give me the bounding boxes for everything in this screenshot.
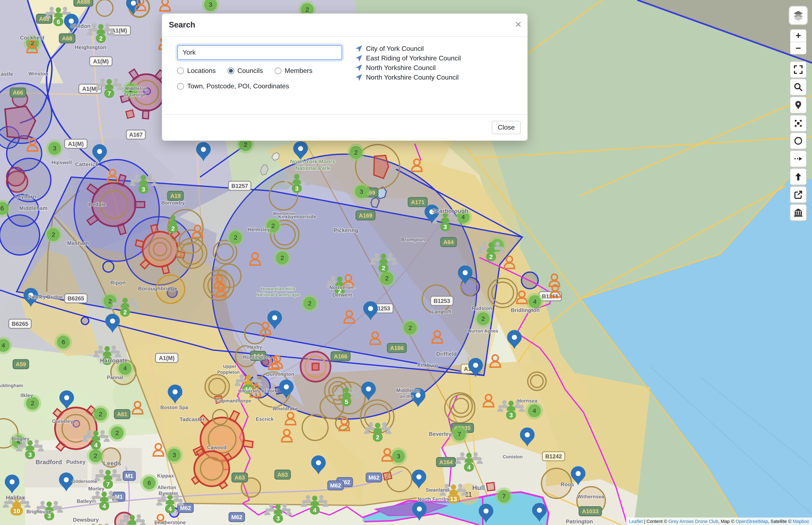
svg-text:2: 2 (489, 253, 493, 260)
svg-text:3: 3 (397, 453, 400, 460)
svg-text:University of York: University of York (238, 388, 277, 393)
svg-text:2: 2 (123, 309, 127, 316)
svg-text:Wombleton: Wombleton (273, 211, 296, 216)
svg-text:Helmsley: Helmsley (248, 227, 270, 232)
svg-text:2: 2 (409, 325, 412, 331)
svg-text:A167: A167 (129, 132, 143, 138)
svg-text:4: 4 (533, 407, 536, 414)
svg-text:Batley: Batley (77, 498, 92, 504)
svg-text:M62: M62 (368, 475, 380, 481)
svg-text:Leyburn: Leyburn (15, 193, 36, 199)
svg-text:B1253: B1253 (433, 298, 450, 304)
svg-text:M62: M62 (330, 482, 341, 489)
svg-text:Middleham: Middleham (19, 205, 47, 211)
svg-text:B1242: B1242 (545, 453, 562, 460)
svg-text:3: 3 (510, 412, 513, 419)
svg-text:Allerton: Allerton (157, 484, 176, 490)
svg-text:2: 2 (31, 400, 34, 407)
svg-text:Brighouse: Brighouse (27, 509, 51, 514)
svg-text:Kippax: Kippax (157, 473, 174, 479)
svg-text:Gildersome: Gildersome (72, 479, 97, 484)
svg-text:Ilkley: Ilkley (20, 392, 33, 398)
svg-text:Copmanthorpe: Copmanthorpe (216, 398, 251, 404)
svg-text:Howardian Hills: Howardian Hills (261, 286, 295, 291)
svg-text:Huntington: Huntington (243, 354, 270, 360)
svg-text:Poppleton: Poppleton (217, 370, 240, 375)
svg-text:M62: M62 (231, 514, 242, 521)
svg-text:Wheldrake: Wheldrake (272, 406, 298, 411)
svg-text:Bradford: Bradford (36, 459, 62, 465)
svg-text:Pickering: Pickering (334, 227, 358, 233)
svg-text:2: 2 (354, 149, 358, 156)
svg-text:Borrowby: Borrowby (161, 200, 185, 206)
svg-text:Driffield: Driffield (436, 351, 457, 357)
svg-text:Addingham: Addingham (0, 383, 23, 388)
svg-text:3: 3 (276, 515, 280, 522)
svg-text:A59: A59 (16, 361, 26, 368)
svg-text:A66: A66 (13, 90, 23, 96)
svg-text:Hornsea: Hornsea (517, 398, 537, 404)
svg-text:7: 7 (106, 481, 110, 488)
svg-text:4: 4 (467, 464, 471, 470)
svg-text:Withernsea: Withernsea (577, 494, 604, 499)
svg-text:3: 3 (28, 451, 32, 458)
svg-text:2: 2 (171, 225, 175, 232)
svg-text:National Landscape: National Landscape (256, 292, 300, 297)
svg-text:4: 4 (313, 507, 316, 513)
svg-text:Dewsbury: Dewsbury (73, 517, 99, 523)
svg-text:6: 6 (62, 339, 65, 345)
svg-text:Boston Spa: Boston Spa (160, 405, 188, 410)
svg-text:2: 2 (52, 231, 55, 238)
svg-text:Scarborough: Scarborough (432, 208, 468, 214)
svg-text:Middleton: Middleton (396, 388, 420, 393)
svg-text:Pateley Bridge: Pateley Bridge (28, 294, 63, 300)
svg-text:Catterick: Catterick (75, 161, 98, 167)
svg-text:7: 7 (502, 493, 506, 499)
svg-text:3: 3 (209, 1, 212, 8)
svg-text:M1: M1 (125, 473, 133, 479)
svg-text:2: 2 (482, 315, 485, 322)
svg-text:6: 6 (0, 205, 4, 212)
svg-text:on the: on the (400, 394, 413, 399)
svg-text:3: 3 (142, 186, 145, 193)
svg-text:7: 7 (458, 431, 461, 437)
svg-text:Derwent: Derwent (333, 292, 352, 298)
svg-text:Bingley: Bingley (12, 436, 30, 441)
svg-text:A171: A171 (411, 199, 425, 206)
svg-text:2: 2 (244, 141, 247, 148)
svg-text:10: 10 (13, 508, 20, 514)
svg-text:6: 6 (57, 18, 60, 25)
svg-text:A169: A169 (359, 212, 372, 219)
svg-text:7: 7 (107, 90, 111, 97)
svg-text:Hull: Hull (472, 484, 485, 492)
svg-text:A61: A61 (117, 411, 127, 418)
svg-text:Heighington: Heighington (75, 44, 106, 50)
svg-text:Morley: Morley (88, 486, 104, 492)
svg-text:A1033: A1033 (582, 508, 599, 514)
svg-text:4: 4 (103, 502, 106, 509)
svg-text:Ripon: Ripon (110, 280, 126, 286)
svg-text:2: 2 (108, 298, 112, 304)
svg-text:A164: A164 (439, 459, 453, 465)
svg-text:2: 2 (281, 254, 284, 261)
svg-text:2: 2 (306, 6, 309, 13)
svg-text:Bedale: Bedale (88, 201, 106, 208)
svg-text:Upper: Upper (223, 364, 236, 369)
svg-text:Halifax: Halifax (6, 494, 25, 501)
svg-text:Middleton: Middleton (125, 86, 147, 91)
svg-text:2: 2 (94, 452, 97, 459)
svg-text:2: 2 (116, 430, 119, 436)
svg-text:4: 4 (533, 298, 537, 305)
svg-text:2: 2 (234, 234, 237, 241)
svg-text:Patrington: Patrington (566, 518, 593, 525)
svg-text:B6265: B6265 (12, 321, 28, 327)
svg-text:Beverley: Beverley (429, 431, 452, 437)
svg-text:A63: A63 (277, 472, 288, 478)
svg-text:Tadcaster: Tadcaster (180, 416, 205, 422)
svg-text:6: 6 (148, 479, 151, 486)
svg-text:Cockfield: Cockfield (20, 34, 44, 41)
svg-text:Langtoft: Langtoft (431, 309, 452, 314)
svg-text:National Park: National Park (295, 165, 330, 171)
svg-text:Harrogate: Harrogate (100, 357, 128, 364)
svg-text:Boroughbridge: Boroughbridge (138, 285, 177, 292)
